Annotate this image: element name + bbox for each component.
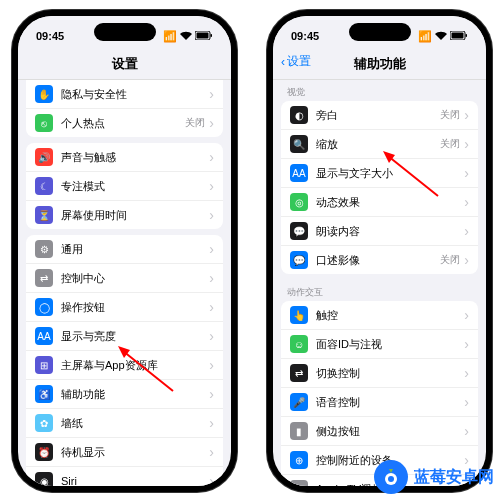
chevron-right-icon: ›	[209, 116, 214, 130]
text-size-icon: AA	[35, 327, 53, 345]
siri-icon: ◉	[35, 472, 53, 486]
chevron-right-icon: ›	[209, 271, 214, 285]
chevron-right-icon: ›	[464, 108, 469, 122]
cell-voice-control[interactable]: 🎤 语音控制 ›	[281, 388, 478, 417]
cell-focus[interactable]: ☾ 专注模式 ›	[26, 172, 223, 201]
grid-icon: ⊞	[35, 356, 53, 374]
dynamic-island	[349, 23, 411, 41]
status-time: 09:45	[36, 30, 64, 42]
chevron-right-icon: ›	[464, 166, 469, 180]
remote-icon: ▭	[290, 480, 308, 486]
cell-label: 显示与亮度	[61, 329, 209, 344]
watermark-text: 蓝莓安卓网	[414, 467, 494, 488]
cell-voiceover[interactable]: ◐ 旁白 关闭 ›	[281, 101, 478, 130]
cell-label: 隐私与安全性	[61, 87, 209, 102]
chevron-right-icon: ›	[209, 87, 214, 101]
cell-touch[interactable]: 👆 触控 ›	[281, 301, 478, 330]
accessibility-icon: ♿	[35, 385, 53, 403]
side-button-icon: ▮	[290, 422, 308, 440]
signal-icon: 📶	[418, 30, 432, 43]
hourglass-icon: ⏳	[35, 206, 53, 224]
motion-icon: ◎	[290, 193, 308, 211]
cell-switch-control[interactable]: ⇄ 切换控制 ›	[281, 359, 478, 388]
cell-sounds[interactable]: 🔊 声音与触感 ›	[26, 143, 223, 172]
chevron-right-icon: ›	[209, 179, 214, 193]
cell-label: 侧边按钮	[316, 424, 464, 439]
cell-screentime[interactable]: ⏳ 屏幕使用时间 ›	[26, 201, 223, 229]
chevron-left-icon: ‹	[281, 55, 285, 69]
nav-back-label: 设置	[287, 53, 311, 70]
cell-motion[interactable]: ◎ 动态效果 ›	[281, 188, 478, 217]
cell-label: 触控	[316, 308, 464, 323]
cell-label: 缩放	[316, 137, 440, 152]
right-iphone-frame: 09:45 📶 ‹ 设置 辅助功能 视觉 ◐	[267, 10, 492, 492]
cell-value: 关闭	[440, 137, 460, 151]
svg-rect-7	[466, 34, 468, 37]
cell-value: 关闭	[440, 253, 460, 267]
cell-label: 个人热点	[61, 116, 185, 131]
cell-spoken[interactable]: 💬 朗读内容 ›	[281, 217, 478, 246]
hand-icon: ✋	[35, 85, 53, 103]
nearby-icon: ⊕	[290, 451, 308, 469]
cell-label: 墙纸	[61, 416, 209, 431]
cell-label: 切换控制	[316, 366, 464, 381]
status-time: 09:45	[291, 30, 319, 42]
cell-label: 控制中心	[61, 271, 209, 286]
cell-faceid-attention[interactable]: ☺ 面容ID与注视 ›	[281, 330, 478, 359]
audio-desc-icon: 💬	[290, 251, 308, 269]
voice-icon: 🎤	[290, 393, 308, 411]
cell-label: 屏幕使用时间	[61, 208, 209, 223]
cell-accessibility[interactable]: ♿ 辅助功能 ›	[26, 380, 223, 409]
hotspot-icon: ⎋	[35, 114, 53, 132]
cell-wallpaper[interactable]: ✿ 墙纸 ›	[26, 409, 223, 438]
cell-privacy[interactable]: ✋ 隐私与安全性 ›	[26, 80, 223, 109]
cell-hotspot[interactable]: ⎋ 个人热点 关闭 ›	[26, 109, 223, 137]
cell-label: Siri	[61, 475, 209, 486]
cell-actionbutton[interactable]: ◯ 操作按钮 ›	[26, 293, 223, 322]
svg-rect-2	[211, 34, 213, 37]
chevron-right-icon: ›	[464, 395, 469, 409]
dynamic-island	[94, 23, 156, 41]
faceid-icon: ☺	[290, 335, 308, 353]
action-icon: ◯	[35, 298, 53, 316]
cell-controlcenter[interactable]: ⇄ 控制中心 ›	[26, 264, 223, 293]
section-header-visual: 视觉	[273, 80, 486, 101]
cell-label: 显示与文字大小	[316, 166, 464, 181]
cell-label: 语音控制	[316, 395, 464, 410]
cell-homescreen[interactable]: ⊞ 主屏幕与App资源库 ›	[26, 351, 223, 380]
cell-standby[interactable]: ⏰ 待机显示 ›	[26, 438, 223, 467]
cell-general[interactable]: ⚙ 通用 ›	[26, 235, 223, 264]
gear-icon: ⚙	[35, 240, 53, 258]
chevron-right-icon: ›	[464, 253, 469, 267]
cell-siri[interactable]: ◉ Siri ›	[26, 467, 223, 486]
cell-zoom[interactable]: 🔍 缩放 关闭 ›	[281, 130, 478, 159]
chevron-right-icon: ›	[209, 150, 214, 164]
voiceover-icon: ◐	[290, 106, 308, 124]
watermark-logo-icon	[374, 460, 408, 494]
svg-point-11	[388, 476, 394, 482]
switches-icon: ⇄	[35, 269, 53, 287]
standby-icon: ⏰	[35, 443, 53, 461]
battery-icon	[195, 30, 213, 42]
chevron-right-icon: ›	[464, 308, 469, 322]
nav-title: 设置	[112, 56, 138, 71]
chevron-right-icon: ›	[209, 445, 214, 459]
svg-rect-6	[452, 33, 464, 39]
cell-label: 待机显示	[61, 445, 209, 460]
cell-display[interactable]: AA 显示与亮度 ›	[26, 322, 223, 351]
chevron-right-icon: ›	[209, 358, 214, 372]
settings-content[interactable]: ✋ 隐私与安全性 › ⎋ 个人热点 关闭 › 🔊 声音与触感	[18, 80, 231, 486]
cell-label: 动态效果	[316, 195, 464, 210]
cell-label: 专注模式	[61, 179, 209, 194]
nav-back-button[interactable]: ‹ 设置	[281, 53, 311, 70]
battery-icon	[450, 30, 468, 42]
accessibility-content[interactable]: 视觉 ◐ 旁白 关闭 › 🔍 缩放 关闭 › AA	[273, 80, 486, 486]
wifi-icon	[180, 30, 192, 42]
signal-icon: 📶	[163, 30, 177, 43]
chevron-right-icon: ›	[464, 195, 469, 209]
cell-label: 朗读内容	[316, 224, 464, 239]
cell-audio-desc[interactable]: 💬 口述影像 关闭 ›	[281, 246, 478, 274]
cell-side-button[interactable]: ▮ 侧边按钮 ›	[281, 417, 478, 446]
cell-display-text[interactable]: AA 显示与文字大小 ›	[281, 159, 478, 188]
section-header-motor: 动作交互	[273, 280, 486, 301]
